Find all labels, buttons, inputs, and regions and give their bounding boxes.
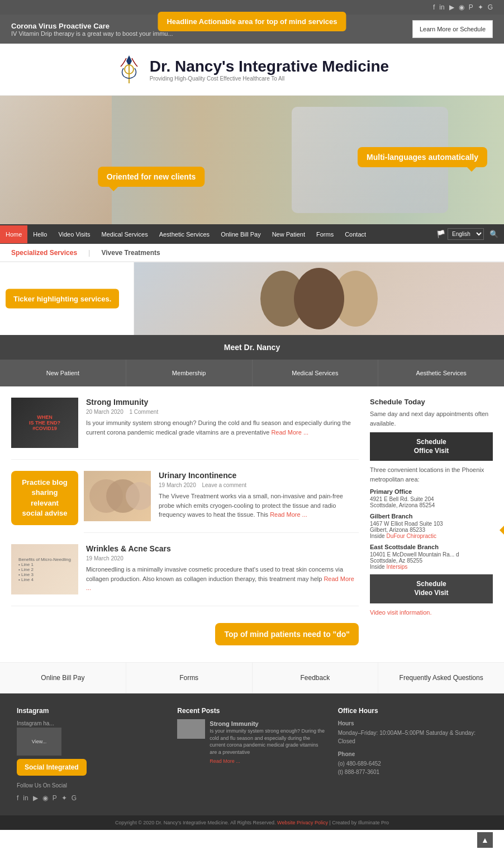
- schedule-office-button[interactable]: ScheduleOffice Visit: [370, 432, 493, 461]
- footer-grid: Instagram Instagram ha... View... Social…: [17, 707, 487, 802]
- announcement-subtitle: IV Vitamin Drip therapy is a great way t…: [11, 30, 173, 37]
- flag-icon: 🏳️: [436, 230, 445, 238]
- linkedin-icon[interactable]: in: [439, 3, 444, 11]
- nav-contact[interactable]: Contact: [339, 225, 372, 243]
- post-2-wrapper: Practice blog sharing relevant social ad…: [11, 471, 359, 544]
- dufour-link[interactable]: DuFour Chiropractic: [386, 533, 436, 539]
- subnav-viveve[interactable]: Viveve Treatments: [101, 249, 160, 257]
- schedule-box: Schedule Today Same day and next day app…: [370, 398, 493, 616]
- instagram-icon[interactable]: ◉: [459, 3, 464, 11]
- post-thumb-1: WHENIS THE END?#COVID19: [11, 398, 78, 448]
- bottom-feedback[interactable]: Feedback: [253, 663, 379, 693]
- post-content-3: Wrinkles & Acne Scars 19 March 2020 Micr…: [86, 544, 359, 594]
- nav-medical-services[interactable]: Medical Services: [96, 225, 154, 243]
- footer-facebook-icon[interactable]: f: [17, 794, 18, 802]
- hero-person-image: [0, 96, 112, 224]
- post-comments-1: 1 Comment: [130, 409, 159, 415]
- sidebar: Schedule Today Same day and next day app…: [370, 398, 493, 651]
- created-by: | Created by Illuminate Pro: [330, 820, 389, 825]
- nav-hello[interactable]: Hello: [27, 225, 53, 243]
- privacy-policy-link[interactable]: Website Privacy Policy: [277, 820, 328, 825]
- facebook-icon[interactable]: f: [433, 3, 435, 11]
- youtube-icon[interactable]: ▶: [449, 3, 454, 11]
- office-hours-text: Monday–Friday: 10:00AM–5:00PM Saturday &…: [338, 729, 487, 745]
- google-icon[interactable]: G: [488, 3, 493, 11]
- read-more-2[interactable]: Read More ...: [270, 511, 307, 518]
- footer-pinterest-icon[interactable]: P: [53, 794, 57, 802]
- main-nav: Home Hello Video Visits Medical Services…: [0, 224, 504, 244]
- recent-post-title-1[interactable]: Strong Immunity: [210, 720, 258, 727]
- instagram-text: Instagram ha...: [17, 719, 166, 728]
- nav-new-patient[interactable]: New Patient: [267, 225, 311, 243]
- footer-google-icon[interactable]: G: [72, 794, 77, 802]
- quick-link-aesthetic[interactable]: Aesthetic Services: [378, 360, 504, 386]
- nav-video-visits[interactable]: Video Visits: [53, 225, 96, 243]
- quick-link-medical[interactable]: Medical Services: [253, 360, 379, 386]
- schedule-title: Schedule Today: [370, 398, 493, 406]
- footer-instagram-col: Instagram Instagram ha... View... Social…: [17, 707, 166, 802]
- footer-yelp-icon[interactable]: ✦: [61, 794, 67, 802]
- bottom-bill-pay[interactable]: Online Bill Pay: [0, 663, 126, 693]
- blog-section: WHENIS THE END?#COVID19 Strong Immunity …: [11, 398, 370, 651]
- phone-1: (o) 480-689-6452: [338, 759, 487, 768]
- post-title-1[interactable]: Strong Immunity: [86, 398, 359, 407]
- post-excerpt-2: The Viveve Treatment works via a small, …: [159, 492, 359, 520]
- nav-home[interactable]: Home: [0, 225, 27, 243]
- top-of-mind-callout: Top of mind patients need to "do": [215, 623, 359, 645]
- practice-blog-callout-area: Practice blog sharing relevant social ad…: [11, 471, 78, 544]
- quick-links-bar: New Patient Membership Medical Services …: [0, 360, 504, 386]
- office-hours-title: Office Hours: [338, 707, 487, 715]
- recent-thumb-1: [177, 719, 205, 739]
- social-integrated-callout: Social Integrated: [17, 759, 87, 776]
- post-title-2[interactable]: Urinary Incontinence: [159, 471, 359, 480]
- quick-link-membership[interactable]: Membership: [126, 360, 253, 386]
- post-meta-1: 20 March 2020 1 Comment: [86, 409, 359, 415]
- quick-link-new-patient[interactable]: New Patient: [0, 360, 126, 386]
- post-date-2: 19 March 2020: [159, 482, 196, 488]
- schedule-video-button[interactable]: ScheduleVideo Visit: [370, 574, 493, 603]
- post-title-3[interactable]: Wrinkles & Acne Scars: [86, 544, 359, 553]
- footer-linkedin-icon[interactable]: in: [23, 794, 28, 802]
- footer-youtube-icon[interactable]: ▶: [33, 794, 38, 802]
- schedule-text: Same day and next day appointments often…: [370, 409, 493, 428]
- instagram-view-label[interactable]: View...: [32, 739, 46, 744]
- nav-aesthetic-services[interactable]: Aesthetic Services: [154, 225, 215, 243]
- post-thumb-3: Benefits of Micro-Needling• Line 1• Line…: [11, 544, 78, 594]
- team-photo: [134, 262, 504, 335]
- video-info-link[interactable]: Video visit information.: [370, 609, 431, 616]
- recent-post-content-1: Strong Immunity Is your immunity system …: [210, 719, 326, 764]
- read-more-1[interactable]: Read More ...: [271, 429, 308, 436]
- blog-post-2: Urinary Incontinence 19 March 2020 Leave…: [84, 471, 359, 533]
- nav-forms[interactable]: Forms: [311, 225, 339, 243]
- nav-online-bill-pay[interactable]: Online Bill Pay: [215, 225, 267, 243]
- search-icon[interactable]: 🔍: [484, 224, 504, 244]
- new-clients-callout: Oriented for new clients: [98, 167, 205, 187]
- site-header: Dr. Nancy's Integrative Medicine Providi…: [0, 44, 504, 96]
- location-text: Three convenient locations in the Phoeni…: [370, 465, 493, 484]
- recent-read-more-1[interactable]: Read More ...: [210, 758, 240, 764]
- recent-post-1: Strong Immunity Is your immunity system …: [177, 719, 326, 764]
- top-of-mind-area: Top of mind patients need to "do": [11, 617, 359, 651]
- bottom-forms[interactable]: Forms: [126, 663, 253, 693]
- logo-icon: [115, 53, 143, 86]
- sub-nav-divider: |: [88, 248, 90, 257]
- pinterest-icon[interactable]: P: [469, 3, 473, 11]
- phone-2: (t) 888-877-3601: [338, 768, 487, 776]
- follow-text: Follow Us On Social: [17, 781, 166, 790]
- phone-label: Phone: [338, 750, 487, 758]
- primary-office-name: Primary Office: [370, 488, 493, 495]
- practice-blog-callout: Practice blog sharing relevant social ad…: [11, 471, 78, 525]
- learn-more-button[interactable]: Learn More or Schedule: [412, 20, 493, 38]
- instagram-title: Instagram: [17, 707, 166, 715]
- subnav-specialized[interactable]: Specialized Services: [11, 249, 77, 257]
- meet-doctor-section[interactable]: Meet Dr. Nancy: [0, 335, 504, 360]
- blog-post-3: Benefits of Micro-Needling• Line 1• Line…: [11, 544, 359, 606]
- intersips-link[interactable]: Intersips: [386, 564, 407, 570]
- footer-instagram-icon[interactable]: ◉: [42, 794, 48, 802]
- language-select[interactable]: English Spanish French: [448, 228, 484, 240]
- post-date-1: 20 March 2020: [86, 409, 123, 415]
- bottom-faq[interactable]: Frequently Asked Questions: [378, 663, 504, 693]
- post-meta-3: 19 March 2020: [86, 555, 359, 561]
- yelp-icon[interactable]: ✦: [478, 3, 483, 11]
- face-center: [294, 268, 344, 329]
